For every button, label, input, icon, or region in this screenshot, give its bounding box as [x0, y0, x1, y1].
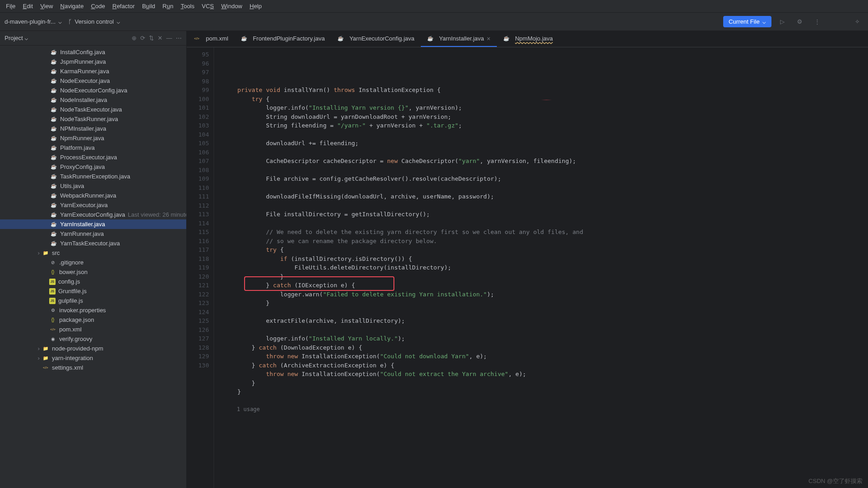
run-config-button[interactable]: Current File⌵ — [723, 16, 771, 27]
file-invoker.properties[interactable]: ⚙invoker.properties — [0, 305, 186, 315]
java-file-icon — [50, 183, 57, 190]
file-package.json[interactable]: package.json — [0, 315, 186, 325]
close-tab-icon[interactable]: × — [487, 35, 490, 42]
menu-refactor[interactable]: Refactor — [109, 1, 138, 11]
menu-help[interactable]: Help — [246, 1, 266, 11]
file-JspmRunner.java[interactable]: JspmRunner.java — [0, 57, 186, 66]
main-menu[interactable]: File Edit View Navigate Code Refactor Bu… — [0, 0, 868, 13]
file-icon — [193, 35, 200, 42]
menu-window[interactable]: Window — [218, 1, 246, 11]
more-icon[interactable]: ⋮ — [811, 15, 823, 28]
tab-FrontendPluginFactory.java[interactable]: FrontendPluginFactory.java — [235, 31, 331, 46]
menu-file[interactable]: File — [2, 1, 19, 11]
file-icon — [49, 316, 56, 324]
code-editor[interactable]: private void installYarn() throws Instal… — [214, 47, 868, 488]
menu-navigate[interactable]: Navigate — [56, 1, 87, 11]
chevron-right-icon: › — [36, 355, 42, 361]
tab-YarnExecutorConfig.java[interactable]: YarnExecutorConfig.java — [331, 31, 421, 46]
red-underline-annotation — [533, 98, 650, 100]
file-TaskRunnerException.java[interactable]: TaskRunnerException.java — [0, 172, 186, 181]
line-gutter: 9596979899100101102103104105106107108109… — [187, 47, 214, 488]
run-icon[interactable]: ▷ — [776, 15, 789, 28]
project-tree[interactable]: InstallConfig.javaJspmRunner.javaKarmaRu… — [0, 46, 186, 488]
file-YarnExecutor.java[interactable]: YarnExecutor.java — [0, 200, 186, 210]
close-icon[interactable]: ✕ — [158, 35, 163, 41]
file-pom.xml[interactable]: pom.xml — [0, 325, 186, 334]
file-NodeExecutorConfig.java[interactable]: NodeExecutorConfig.java — [0, 86, 186, 95]
java-file-icon — [50, 97, 57, 104]
tab-YarnInstaller.java[interactable]: YarnInstaller.java× — [421, 31, 497, 47]
debug-icon[interactable]: ⚙ — [793, 15, 806, 28]
file-ProcessExecutor.java[interactable]: ProcessExecutor.java — [0, 152, 186, 162]
file-NodeTaskRunner.java[interactable]: NodeTaskRunner.java — [0, 114, 186, 124]
file-NodeInstaller.java[interactable]: NodeInstaller.java — [0, 95, 186, 105]
java-file-icon — [50, 58, 57, 66]
file-icon: ⚙ — [49, 307, 56, 314]
locate-icon[interactable]: ⊕ — [132, 35, 137, 41]
java-file-icon — [50, 154, 57, 161]
menu-view[interactable]: View — [36, 1, 56, 11]
menu-vcs[interactable]: VCS — [198, 1, 218, 11]
java-file-icon — [50, 68, 57, 75]
chevron-right-icon: › — [36, 249, 42, 256]
file-src[interactable]: ›src — [0, 248, 186, 258]
branch-icon: ᚴ — [68, 18, 72, 25]
file-NPMInstaller.java[interactable]: NPMInstaller.java — [0, 124, 186, 133]
java-file-icon — [50, 211, 57, 219]
file-ProxyConfig.java[interactable]: ProxyConfig.java — [0, 162, 186, 172]
project-view-dropdown[interactable]: Project⌵ — [5, 35, 28, 41]
file-yarn-integration[interactable]: ›yarn-integration — [0, 353, 186, 363]
file-gulpfile.js[interactable]: gulpfile.js — [0, 296, 186, 305]
tab-pom.xml[interactable]: pom.xml — [187, 31, 235, 47]
file-NodeTaskExecutor.java[interactable]: NodeTaskExecutor.java — [0, 105, 186, 114]
ai-icon[interactable]: ✧ — [851, 15, 863, 28]
file-verify.groovy[interactable]: ◉verify.groovy — [0, 334, 186, 344]
chevron-down-icon: ⌵ — [25, 35, 28, 41]
file-bower.json[interactable]: bower.json — [0, 267, 186, 277]
menu-code[interactable]: Code — [87, 1, 109, 11]
menu-build[interactable]: Build — [138, 1, 159, 11]
file-.gitignore[interactable]: ⊘.gitignore — [0, 258, 186, 267]
file-InstallConfig.java[interactable]: InstallConfig.java — [0, 47, 186, 57]
java-file-icon — [50, 144, 57, 152]
file-node-provided-npm[interactable]: ›node-provided-npm — [0, 344, 186, 353]
file-icon — [42, 355, 49, 362]
file-YarnRunner.java[interactable]: YarnRunner.java — [0, 229, 186, 239]
minimize-icon[interactable]: — — [166, 35, 172, 41]
project-dropdown[interactable]: d-maven-plugin-fr...⌵ — [5, 18, 62, 25]
java-file-icon — [50, 173, 57, 180]
java-file-icon — [50, 135, 57, 142]
file-settings.xml[interactable]: settings.xml — [0, 363, 186, 372]
java-file-icon — [50, 106, 57, 113]
editor-tabs[interactable]: pom.xmlFrontendPluginFactory.javaYarnExe… — [187, 31, 868, 47]
file-YarnInstaller.java[interactable]: YarnInstaller.java — [0, 219, 186, 229]
chevron-down-icon: ⌵ — [58, 18, 62, 25]
file-icon — [337, 36, 344, 42]
file-Gruntfile.js[interactable]: Gruntfile.js — [0, 286, 186, 296]
file-NpmRunner.java[interactable]: NpmRunner.java — [0, 133, 186, 143]
file-WebpackRunner.java[interactable]: WebpackRunner.java — [0, 191, 186, 200]
file-Utils.java[interactable]: Utils.java — [0, 181, 186, 191]
menu-tools[interactable]: Tools — [177, 1, 198, 11]
refresh-icon[interactable]: ⟳ — [140, 35, 145, 41]
java-file-icon — [50, 77, 57, 85]
java-file-icon — [50, 87, 57, 94]
file-NodeExecutor.java[interactable]: NodeExecutor.java — [0, 76, 186, 86]
file-config.js[interactable]: config.js — [0, 277, 186, 286]
version-control-button[interactable]: ᚴ Version control ⌵ — [68, 18, 120, 25]
java-file-icon — [50, 202, 57, 209]
file-icon: ◉ — [49, 336, 56, 343]
java-file-icon — [50, 192, 57, 199]
file-Platform.java[interactable]: Platform.java — [0, 143, 186, 152]
menu-edit[interactable]: Edit — [19, 1, 36, 11]
file-KarmaRunner.java[interactable]: KarmaRunner.java — [0, 66, 186, 76]
java-file-icon — [50, 163, 57, 171]
file-YarnExecutorConfig.java[interactable]: YarnExecutorConfig.javaLast viewed: 26 m… — [0, 210, 186, 219]
tab-NpmMojo.java[interactable]: NpmMojo.java — [497, 31, 559, 46]
file-YarnTaskExecutor.java[interactable]: YarnTaskExecutor.java — [0, 239, 186, 248]
more-icon[interactable]: ⋯ — [176, 35, 182, 41]
watermark-text: CSDN @空了虾摸索 — [808, 477, 863, 485]
expand-icon[interactable]: ⇅ — [149, 35, 154, 41]
menu-run[interactable]: Run — [159, 1, 177, 11]
editor-area: pom.xmlFrontendPluginFactory.javaYarnExe… — [187, 31, 868, 488]
